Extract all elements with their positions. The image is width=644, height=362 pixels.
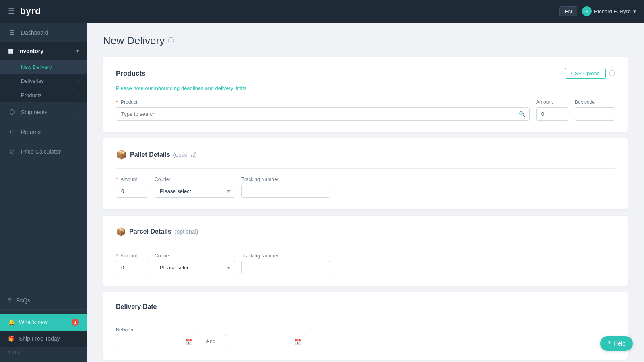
sidebar-item-returns[interactable]: ↩ Returns	[0, 122, 87, 142]
sidebar-item-dashboard-label: Dashboard	[21, 29, 49, 36]
parcel-tracking-group: Tracking Number	[242, 253, 330, 274]
product-search-input[interactable]	[116, 107, 530, 121]
ship-free-label: Ship Free Today	[19, 335, 60, 342]
delivery-date-title-wrap: Delivery Date	[116, 303, 615, 311]
sidebar-inventory-label: Inventory	[18, 48, 43, 54]
sidebar-item-faqs[interactable]: ? FAQs	[0, 292, 87, 309]
sidebar-nav: ⊞ Dashboard ▦ Inventory ▾ New Delivery D…	[0, 23, 87, 292]
inbounding-note-link[interactable]: Please note our inbounding deadlines and…	[116, 85, 615, 91]
parcel-card-title-wrap: 📦 Parcel Details (optional)	[116, 227, 615, 237]
parcel-tracking-label: Tracking Number	[242, 253, 330, 259]
box-code-label: Box code	[575, 99, 615, 105]
parcel-amount-group: * Amount	[116, 253, 148, 274]
products-arrow-icon: ›	[77, 93, 79, 98]
parcel-optional-label: (optional)	[175, 228, 198, 235]
parcel-card: 📦 Parcel Details (optional) * Amount Cou…	[103, 216, 628, 286]
parcel-icon: 📦	[116, 227, 126, 237]
parcel-form-row: * Amount Courier Please select DHL UPS F…	[116, 253, 615, 274]
pallet-tracking-group: Tracking Number	[242, 177, 330, 198]
user-avatar: R	[582, 6, 592, 16]
hamburger-icon[interactable]: ☰	[8, 7, 14, 16]
product-search-icon[interactable]: 🔍	[519, 111, 526, 117]
whats-new-label: What's new	[19, 319, 48, 325]
help-button[interactable]: ? Help	[600, 336, 633, 351]
shipments-label: Shipments	[21, 109, 47, 115]
csv-upload-label: CSV Upload	[571, 70, 600, 76]
pallet-section-title: 📦 Pallet Details (optional)	[116, 150, 197, 160]
pallet-courier-label: Courier	[155, 177, 235, 182]
sidebar-item-new-delivery[interactable]: New Delivery	[0, 60, 87, 74]
pallet-amount-input[interactable]	[116, 185, 148, 198]
pallet-amount-group: * Amount	[116, 177, 148, 198]
inventory-icon: ▦	[8, 48, 13, 54]
sidebar-bottom: 🔔 What's new 1 🎁 Ship Free Today 1.31.0	[0, 309, 87, 362]
shipments-icon: ⬡	[8, 108, 16, 116]
between-date-input[interactable]	[116, 335, 196, 348]
shipments-arrow-icon: ›	[77, 110, 79, 115]
returns-icon: ↩	[8, 128, 16, 136]
sidebar-item-shipments[interactable]: ⬡ Shipments ›	[0, 102, 87, 122]
box-code-group: Box code	[575, 99, 615, 121]
delivery-date-section-title: Delivery Date	[116, 303, 157, 311]
delivery-date-divider	[116, 319, 615, 319]
layout: ⊞ Dashboard ▦ Inventory ▾ New Delivery D…	[0, 23, 644, 362]
product-amount-group: Amount	[536, 99, 568, 121]
sidebar-item-price-calculator[interactable]: ◇ Price Calculator	[0, 142, 87, 161]
user-menu[interactable]: R Richard E. Byrd ▾	[582, 6, 636, 16]
sidebar-section-inventory: ▦ Inventory ▾ New Delivery Deliveries › …	[0, 42, 87, 102]
parcel-courier-select[interactable]: Please select DHL UPS FedEx DPD GLS	[155, 261, 235, 274]
between-date-group: Between 📅	[116, 327, 196, 348]
gift-icon: 🎁	[8, 335, 15, 342]
whats-new-button[interactable]: 🔔 What's new 1	[0, 314, 87, 331]
parcel-required-star: *	[116, 253, 118, 259]
parcel-section-title: 📦 Parcel Details (optional)	[116, 227, 198, 237]
pallet-required-star: *	[116, 177, 118, 182]
pallet-optional-label: (optional)	[173, 152, 197, 158]
sidebar-item-deliveries[interactable]: Deliveries ›	[0, 74, 87, 88]
main-content: New Delivery ⓘ Products CSV Upload ⓘ Ple…	[87, 23, 644, 362]
whats-new-badge: 1	[72, 319, 79, 326]
help-icon: ?	[607, 340, 611, 347]
pallet-tracking-input[interactable]	[242, 185, 330, 198]
delivery-date-row: Between 📅 And And 📅	[116, 327, 615, 348]
parcel-amount-input[interactable]	[116, 261, 148, 274]
faqs-label: FAQs	[16, 297, 30, 304]
top-nav-left: ☰ byrd	[8, 6, 41, 16]
sidebar-item-products[interactable]: Products ›	[0, 88, 87, 102]
returns-label: Returns	[21, 129, 41, 135]
sidebar-inventory-header[interactable]: ▦ Inventory ▾	[0, 42, 87, 60]
product-label: * Product	[116, 99, 530, 105]
sidebar-item-dashboard[interactable]: ⊞ Dashboard	[0, 23, 87, 42]
logo: byrd	[20, 6, 41, 16]
page-title-info-icon[interactable]: ⓘ	[168, 37, 174, 45]
and-date-input[interactable]	[225, 335, 305, 348]
ship-free-today-button[interactable]: 🎁 Ship Free Today	[0, 331, 87, 347]
pallet-amount-label: * Amount	[116, 177, 148, 182]
product-search-wrap: 🔍	[116, 107, 530, 121]
product-amount-input[interactable]	[536, 107, 568, 121]
and-calendar-icon: 📅	[295, 339, 301, 345]
version-label: 1.31.0	[0, 347, 87, 358]
csv-upload-button[interactable]: CSV Upload	[565, 68, 606, 79]
products-info-button[interactable]: ⓘ	[609, 70, 615, 77]
box-code-input[interactable]	[575, 107, 615, 121]
parcel-courier-label: Courier	[155, 253, 235, 259]
between-label: Between	[116, 327, 196, 333]
delivery-date-title-text: Delivery Date	[116, 303, 157, 311]
parcel-tracking-input[interactable]	[242, 261, 330, 274]
and-date-group: And 📅	[225, 327, 305, 348]
user-name: Richard E. Byrd	[594, 8, 631, 14]
language-button[interactable]: EN	[559, 6, 577, 16]
product-form-row: * Product 🔍 Amount Box code	[116, 99, 615, 121]
pallet-tracking-label: Tracking Number	[242, 177, 330, 182]
price-calc-icon: ◇	[8, 147, 16, 156]
pallet-courier-select[interactable]: Please select DHL UPS FedEx DPD GLS	[155, 185, 235, 198]
product-field-group: * Product 🔍	[116, 99, 530, 121]
products-title-text: Products	[116, 70, 146, 78]
parcel-courier-group: Courier Please select DHL UPS FedEx DPD …	[155, 253, 235, 274]
delivery-date-card: Delivery Date Between 📅 And And	[103, 292, 628, 360]
deliveries-arrow-icon: ›	[77, 79, 79, 84]
parcel-amount-label: * Amount	[116, 253, 148, 259]
parcel-divider	[116, 245, 615, 245]
top-nav-right: EN R Richard E. Byrd ▾	[559, 6, 636, 16]
